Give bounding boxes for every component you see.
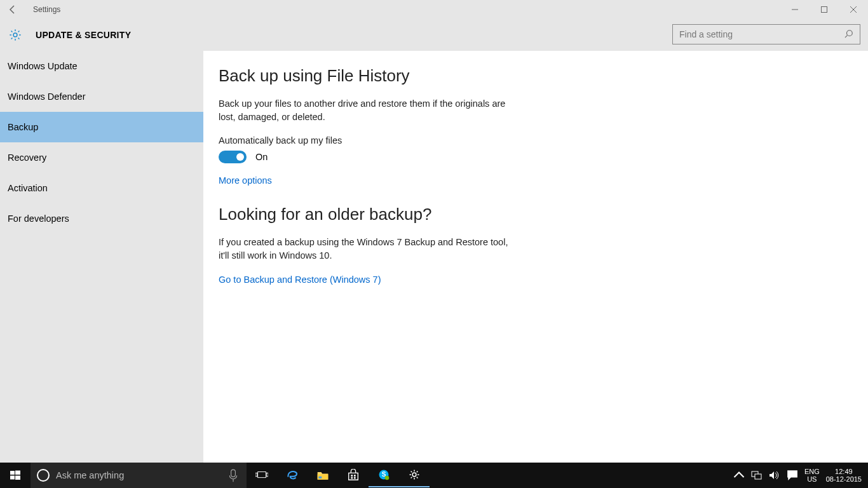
titlebar: Settings (0, 0, 868, 19)
heading-file-history: Back up using File History (219, 66, 853, 86)
tray-clock[interactable]: 12:49 08-12-2015 (826, 468, 862, 483)
sidebar-item-recovery[interactable]: Recovery (0, 142, 203, 173)
skype-icon: S (377, 468, 390, 481)
sidebar-item-label: Backup (8, 122, 38, 132)
minimize-icon (792, 6, 798, 13)
svg-point-23 (412, 473, 416, 477)
svg-rect-16 (351, 475, 353, 477)
svg-rect-12 (255, 473, 257, 476)
body: Windows Update Windows Defender Backup R… (0, 51, 868, 463)
language-code-top: ENG (804, 468, 820, 475)
svg-rect-8 (15, 476, 20, 480)
content-area: Back up using File History Back up your … (203, 51, 868, 463)
store-icon (347, 469, 360, 482)
paragraph-file-history-description: Back up your files to another drive and … (219, 97, 511, 124)
backup-restore-win7-link[interactable]: Go to Backup and Restore (Windows 7) (219, 274, 381, 285)
maximize-icon (821, 6, 827, 13)
svg-rect-15 (318, 477, 322, 478)
back-button[interactable] (0, 0, 25, 19)
tray-action-center-icon[interactable] (787, 470, 798, 481)
toggle-state-text: On (255, 152, 268, 162)
close-icon (850, 6, 857, 13)
auto-backup-toggle[interactable] (219, 151, 247, 163)
svg-rect-6 (15, 471, 20, 475)
network-icon (751, 471, 763, 480)
tray-volume-icon[interactable] (769, 470, 780, 481)
tray-show-hidden-icons[interactable] (733, 470, 745, 481)
sidebar-item-label: Recovery (8, 152, 46, 163)
sidebar-item-windows-update[interactable]: Windows Update (0, 51, 203, 81)
chevron-up-icon (733, 471, 745, 479)
sidebar-item-label: Windows Defender (8, 92, 86, 102)
task-view-icon (255, 469, 268, 482)
taskbar-app-store[interactable] (338, 463, 369, 488)
gear-icon (408, 468, 421, 481)
microphone-icon[interactable] (227, 469, 239, 480)
heading-older-backup: Looking for an older backup? (219, 205, 853, 224)
cortana-placeholder: Ask me anything (56, 470, 124, 480)
svg-rect-1 (822, 7, 827, 13)
svg-rect-18 (351, 477, 353, 479)
folder-icon (316, 469, 329, 482)
taskbar: Ask me anything S ENG (0, 463, 868, 488)
task-view-button[interactable] (247, 463, 277, 488)
sidebar: Windows Update Windows Defender Backup R… (0, 51, 203, 463)
gear-icon (8, 28, 22, 42)
sidebar-item-backup[interactable]: Backup (0, 112, 203, 142)
window-control-buttons (780, 0, 868, 19)
cortana-ring-icon (37, 469, 50, 482)
search-input[interactable] (679, 29, 844, 39)
toggle-label: Automatically back up my files (219, 135, 853, 146)
settings-gear-icon (6, 26, 24, 44)
taskbar-app-skype[interactable]: S (369, 463, 399, 487)
svg-point-2 (13, 33, 17, 37)
auto-backup-toggle-row: On (219, 151, 853, 163)
svg-rect-17 (354, 475, 356, 477)
sidebar-item-for-developers[interactable]: For developers (0, 203, 203, 234)
tray-network-icon[interactable] (751, 470, 763, 481)
svg-rect-9 (231, 470, 236, 477)
svg-rect-13 (266, 473, 268, 476)
system-tray: ENG US 12:49 08-12-2015 (733, 468, 868, 483)
speaker-icon (769, 471, 780, 480)
svg-rect-7 (10, 476, 15, 480)
sidebar-item-windows-defender[interactable]: Windows Defender (0, 81, 203, 112)
back-arrow-icon (8, 4, 18, 15)
clock-date: 08-12-2015 (826, 475, 862, 483)
paragraph-older-backup-description: If you created a backup using the Window… (219, 236, 511, 262)
taskbar-app-file-explorer[interactable] (308, 463, 338, 488)
svg-rect-5 (10, 471, 15, 475)
more-options-link[interactable]: More options (219, 175, 272, 186)
taskbar-app-settings[interactable] (399, 463, 430, 487)
section-title: UPDATE & SECURITY (36, 30, 131, 40)
sidebar-item-label: For developers (8, 214, 69, 224)
svg-rect-25 (755, 474, 761, 479)
sidebar-item-label: Activation (8, 183, 48, 193)
edge-icon (286, 469, 299, 482)
cortana-search[interactable]: Ask me anything (31, 463, 247, 488)
sidebar-item-label: Windows Update (8, 61, 78, 71)
search-icon (844, 29, 855, 39)
svg-line-4 (845, 36, 848, 38)
settings-header: UPDATE & SECURITY (0, 19, 868, 51)
svg-point-22 (385, 476, 390, 480)
minimize-button[interactable] (780, 0, 810, 19)
clock-time: 12:49 (826, 468, 862, 475)
taskbar-app-edge[interactable] (277, 463, 308, 488)
close-button[interactable] (839, 0, 868, 19)
windows-logo-icon (10, 470, 20, 480)
svg-rect-19 (354, 477, 356, 479)
svg-point-3 (847, 30, 853, 36)
tray-language[interactable]: ENG US (804, 468, 820, 483)
notifications-icon (787, 470, 798, 481)
sidebar-item-activation[interactable]: Activation (0, 173, 203, 203)
search-box[interactable] (672, 24, 860, 44)
start-button[interactable] (0, 463, 31, 488)
svg-rect-11 (258, 472, 266, 478)
language-code-bottom: US (804, 475, 820, 483)
toggle-knob-icon (236, 153, 244, 161)
window-title: Settings (33, 5, 60, 14)
maximize-button[interactable] (810, 0, 839, 19)
